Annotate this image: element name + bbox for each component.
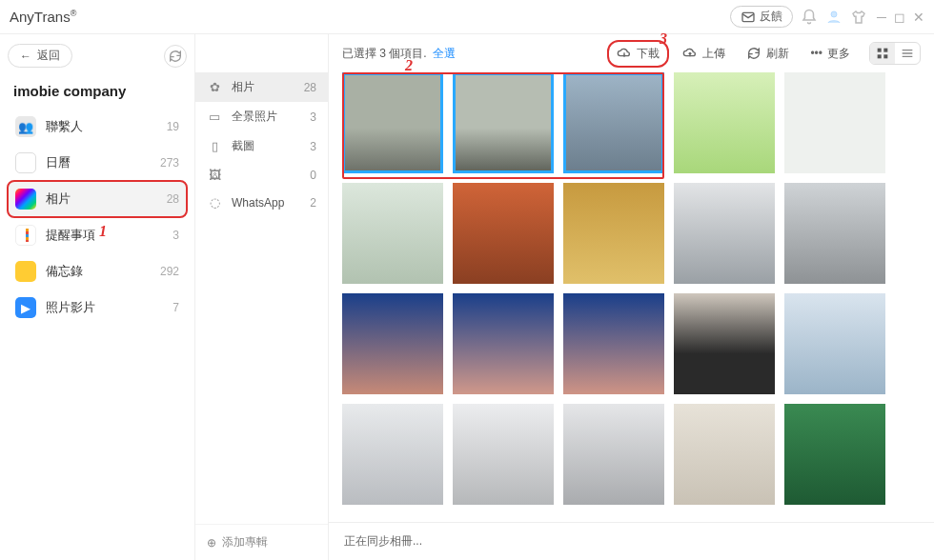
select-all-link[interactable]: 全選 — [433, 46, 456, 62]
view-toggle — [869, 42, 921, 65]
view-list-button[interactable] — [895, 43, 920, 64]
account-button[interactable] — [825, 9, 843, 26]
photo-thumb[interactable] — [453, 404, 554, 505]
category-label: 相片 — [232, 79, 294, 95]
sidebar-item-reminders[interactable]: 提醒事項 1 3 — [8, 217, 187, 253]
category-label: 截圖 — [232, 138, 300, 154]
view-grid-button[interactable] — [870, 43, 895, 64]
sidebar-item-count: 3 — [173, 229, 179, 242]
photo-thumb[interactable] — [453, 72, 554, 173]
photo-thumb[interactable] — [563, 183, 664, 284]
notes-icon — [15, 261, 36, 282]
photo-thumb[interactable] — [453, 183, 554, 284]
account-name: imobie company — [13, 83, 181, 99]
maximize-button[interactable]: ◻ — [894, 10, 905, 25]
upload-label: 上傳 — [702, 46, 725, 62]
list-icon — [900, 46, 915, 61]
category-item-panorama[interactable]: ▭ 全景照片 3 — [195, 102, 328, 131]
svg-rect-3 — [883, 49, 887, 52]
sidebar: ← 返回 imobie company 👥 聯繫人 19 5 日曆 273 相片… — [0, 34, 195, 560]
category-item-whatsapp[interactable]: ◌ WhatsApp 2 — [195, 189, 328, 216]
cloud-upload-icon — [682, 46, 698, 61]
sidebar-item-count: 292 — [160, 265, 179, 278]
sidebar-item-imovie[interactable]: ▶ 照片影片 7 — [8, 290, 187, 326]
reg-mark: ® — [71, 9, 77, 18]
photo-thumb[interactable] — [563, 404, 664, 505]
refresh-label: 刷新 — [766, 46, 789, 62]
photo-thumb[interactable] — [784, 183, 885, 284]
more-icon: ••• — [810, 47, 822, 60]
upload-button[interactable]: 上傳 — [675, 42, 733, 66]
photo-thumb[interactable] — [342, 404, 443, 505]
window-controls: ─ ◻ ✕ — [877, 10, 924, 25]
category-item-screenshot[interactable]: ▯ 截圖 3 — [195, 131, 328, 161]
photo-thumb[interactable] — [784, 72, 885, 173]
photo-thumb[interactable] — [342, 183, 443, 284]
sidebar-item-count: 7 — [173, 301, 179, 314]
calendar-icon: 5 — [15, 152, 36, 173]
cloud-download-icon — [617, 46, 632, 61]
photos-icon — [15, 189, 36, 210]
back-label: 返回 — [37, 48, 60, 64]
arrow-left-icon: ← — [20, 50, 31, 63]
selection-info: 已選擇 3 個項目. — [342, 46, 427, 62]
category-column: ✿ 相片 28 ▭ 全景照片 3 ▯ 截圖 3 🖼 0 ◌ WhatsApp — [195, 34, 329, 560]
photo-thumb[interactable] — [784, 293, 885, 394]
whatsapp-icon: ◌ — [207, 195, 222, 210]
app-title: AnyTrans® — [10, 9, 76, 25]
shirt-icon — [850, 9, 867, 26]
add-album-label: 添加專輯 — [222, 534, 268, 550]
svg-rect-5 — [883, 54, 887, 58]
refresh-icon — [168, 49, 183, 64]
mail-icon — [741, 10, 756, 25]
grid-icon — [875, 46, 890, 61]
sidebar-item-notes[interactable]: 備忘錄 292 — [8, 253, 187, 290]
refresh-button[interactable]: 刷新 — [739, 42, 797, 66]
feedback-label: 反饋 — [760, 9, 782, 25]
sidebar-item-label: 照片影片 — [46, 299, 173, 316]
photo-thumb[interactable] — [674, 72, 775, 173]
sidebar-item-label: 聯繫人 — [46, 118, 167, 135]
svg-point-1 — [831, 11, 837, 17]
panorama-icon: ▭ — [207, 110, 222, 124]
contacts-icon: 👥 — [15, 116, 36, 137]
photo-thumb[interactable] — [342, 72, 443, 173]
photo-thumb[interactable] — [342, 293, 443, 394]
sidebar-item-count: 28 — [167, 192, 179, 206]
sidebar-item-photos[interactable]: 相片 28 — [8, 181, 187, 217]
photo-thumb[interactable] — [674, 404, 775, 505]
category-item-photos[interactable]: ✿ 相片 28 — [195, 72, 328, 102]
sidebar-item-calendar[interactable]: 5 日曆 273 — [8, 145, 187, 181]
more-button[interactable]: ••• 更多 — [802, 42, 858, 66]
sidebar-item-label: 日曆 — [46, 154, 160, 171]
category-item-image[interactable]: 🖼 0 — [195, 161, 328, 189]
sidebar-item-count: 273 — [160, 156, 179, 170]
photo-thumb[interactable] — [784, 404, 885, 505]
refresh-icon — [746, 46, 761, 61]
shirt-button[interactable] — [850, 9, 867, 26]
flower-icon: ✿ — [207, 80, 222, 94]
photo-thumb[interactable] — [674, 183, 775, 284]
bell-button[interactable] — [801, 9, 818, 26]
download-button[interactable]: 下載 — [607, 40, 669, 68]
back-button[interactable]: ← 返回 — [8, 44, 72, 68]
feedback-button[interactable]: 反饋 — [730, 6, 793, 28]
sidebar-item-contacts[interactable]: 👥 聯繫人 19 — [8, 109, 187, 145]
sidebar-item-label: 提醒事項 — [46, 227, 173, 244]
photo-thumb[interactable] — [674, 293, 775, 394]
toolbar: 已選擇 3 個項目. 全選 2 3 下載 上傳 刷新 ••• 更多 — [329, 34, 934, 72]
photo-thumb[interactable] — [563, 72, 664, 173]
photo-thumb[interactable] — [563, 293, 664, 394]
sidebar-refresh-button[interactable] — [164, 45, 187, 68]
status-text: 正在同步相冊... — [344, 533, 422, 550]
svg-rect-2 — [878, 49, 882, 52]
status-bar: 正在同步相冊... — [329, 522, 934, 560]
more-label: 更多 — [827, 46, 850, 62]
photo-thumb[interactable] — [453, 293, 554, 394]
video-icon: ▶ — [15, 297, 36, 318]
close-button[interactable]: ✕ — [913, 10, 924, 25]
add-album-button[interactable]: ⊕ 添加專輯 — [195, 524, 328, 560]
photo-grid — [329, 72, 934, 522]
download-label: 下載 — [637, 46, 660, 62]
minimize-button[interactable]: ─ — [877, 10, 886, 25]
